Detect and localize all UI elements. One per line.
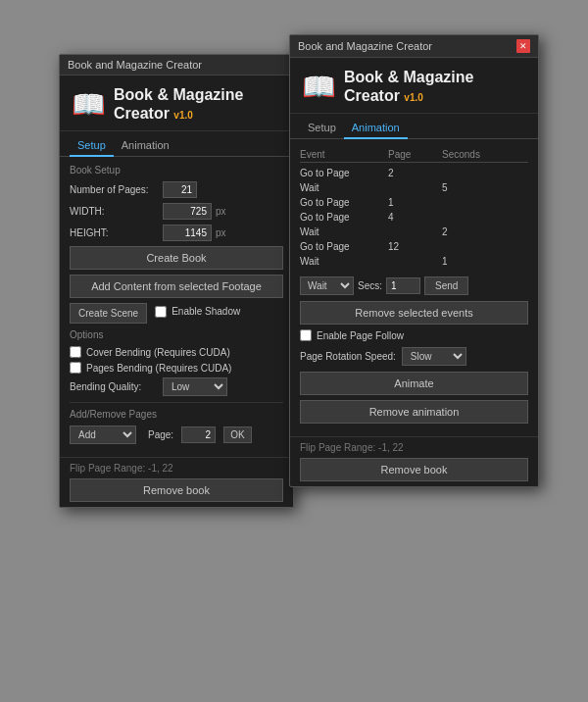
brand-title-anim: Book & Magazine Creator v1.0 [344, 68, 473, 105]
label-height: HEIGHT: [70, 227, 163, 238]
row-cover-bending: Cover Bending (Requires CUDA) [70, 346, 283, 358]
row-enable-follow: Enable Page Follow [300, 329, 528, 341]
event-name: Go to Page [300, 168, 388, 178]
label-pages-bending: Pages Bending (Requires CUDA) [86, 363, 231, 374]
label-cover-bending: Cover Bending (Requires CUDA) [86, 347, 230, 358]
select-page-rotation[interactable]: Slow Medium Fast [402, 347, 466, 366]
setup-content: Book Setup Number of Pages: WIDTH: px HE… [60, 157, 293, 457]
row-height: HEIGHT: px [70, 225, 283, 241]
event-name: Go to Page [300, 212, 388, 223]
tabs-anim-panel: Setup Animation [290, 114, 538, 139]
event-page [388, 256, 442, 267]
title-bar-anim: Book and Magazine Creator ✕ [290, 35, 538, 58]
event-name: Go to Page [300, 197, 388, 208]
book-icon: 📖 [72, 88, 106, 121]
tabs-setup-panel: Setup Animation [60, 131, 293, 157]
anim-content: Event Page Seconds Go to Page 2 Wait 5 G… [290, 139, 538, 436]
panel-header-setup: 📖 Book & Magazine Creator v1.0 [60, 75, 293, 131]
label-secs: Secs: [358, 280, 382, 291]
send-button[interactable]: Send [424, 276, 468, 295]
event-page: 12 [388, 241, 442, 252]
section-book-setup: Book Setup [70, 165, 283, 176]
tab-anim-setup[interactable]: Setup [300, 118, 344, 139]
remove-events-button[interactable]: Remove selected events [300, 301, 528, 325]
event-page [388, 182, 442, 193]
close-button[interactable]: ✕ [516, 39, 530, 53]
unit-px-height: px [216, 227, 226, 238]
input-secs[interactable] [386, 277, 420, 294]
event-page [388, 226, 442, 237]
section-add-remove: Add/Remove Pages [70, 409, 283, 420]
chk-enable-follow[interactable] [300, 329, 312, 341]
create-book-button[interactable]: Create Book [70, 246, 283, 270]
event-secs [442, 241, 501, 252]
panel-title-label: Book and Magazine Creator [68, 59, 202, 71]
panel-setup: Book and Magazine Creator 📖 Book & Magaz… [59, 54, 294, 508]
footer-setup: Flip Page Range: -1, 22 Remove book [60, 457, 293, 507]
tab-anim-animation[interactable]: Animation [344, 118, 408, 139]
remove-animation-button[interactable]: Remove animation [300, 400, 528, 424]
chk-enable-shadow[interactable] [155, 306, 167, 318]
event-page: 4 [388, 212, 442, 223]
tab-animation[interactable]: Animation [114, 135, 177, 157]
select-bending-quality[interactable]: Low Medium High [163, 377, 227, 396]
event-secs: 2 [442, 226, 501, 237]
create-scene-button[interactable]: Create Scene [70, 303, 147, 324]
table-row: Go to Page 2 [300, 166, 528, 180]
flip-range-setup: Flip Page Range: -1, 22 [70, 463, 283, 474]
label-enable-shadow: Enable Shadow [172, 306, 240, 317]
footer-anim: Flip Page Range: -1, 22 Remove book [290, 436, 538, 486]
row-page-rotation: Page Rotation Speed: Slow Medium Fast [300, 347, 528, 366]
tab-setup[interactable]: Setup [70, 135, 114, 157]
event-table: Event Page Seconds Go to Page 2 Wait 5 G… [300, 147, 528, 269]
label-enable-follow: Enable Page Follow [317, 330, 404, 341]
input-num-pages[interactable] [163, 181, 197, 198]
row-num-pages: Number of Pages: [70, 181, 283, 198]
event-secs [442, 197, 501, 208]
row-bending-quality: Bending Quality: Low Medium High [70, 377, 283, 396]
panel-animation: Book and Magazine Creator ✕ 📖 Book & Mag… [289, 34, 539, 487]
section-options: Options [70, 329, 283, 340]
event-table-header: Event Page Seconds [300, 147, 528, 163]
title-bar-setup: Book and Magazine Creator [60, 55, 293, 75]
event-page: 1 [388, 197, 442, 208]
label-bending-quality: Bending Quality: [70, 381, 163, 392]
row-pages-bending: Pages Bending (Requires CUDA) [70, 362, 283, 374]
remove-book-button-setup[interactable]: Remove book [70, 478, 283, 502]
book-icon-anim: 📖 [302, 71, 336, 103]
col-header-page: Page [388, 149, 442, 160]
row-enable-shadow: Enable Shadow [155, 306, 240, 318]
event-name: Wait [300, 256, 388, 267]
table-row: Wait 5 [300, 180, 528, 195]
label-width: WIDTH: [70, 206, 163, 217]
row-width: WIDTH: px [70, 203, 283, 220]
select-add-remove[interactable]: Add Remove [70, 426, 136, 444]
col-header-seconds: Seconds [442, 149, 501, 160]
table-row: Go to Page 12 [300, 239, 528, 254]
chk-cover-bending[interactable] [70, 346, 81, 358]
label-page-add: Page: [148, 429, 173, 440]
unit-px-width: px [216, 206, 226, 217]
event-name: Go to Page [300, 241, 388, 252]
event-secs: 5 [442, 182, 501, 193]
row-add-remove-pages: Add Remove Page: OK [70, 426, 283, 444]
remove-book-button-anim[interactable]: Remove book [300, 458, 528, 481]
add-content-button[interactable]: Add Content from selected Footage [70, 275, 283, 298]
event-name: Wait [300, 182, 388, 193]
table-row: Go to Page 1 [300, 195, 528, 210]
col-header-event: Event [300, 149, 388, 160]
input-width[interactable] [163, 203, 212, 220]
chk-pages-bending[interactable] [70, 362, 81, 374]
table-row: Wait 1 [300, 254, 528, 269]
ok-button[interactable]: OK [223, 426, 251, 443]
animate-button[interactable]: Animate [300, 372, 528, 395]
brand-title: Book & Magazine Creator v1.0 [114, 85, 243, 123]
input-page-num[interactable] [181, 426, 216, 443]
panel-header-anim: 📖 Book & Magazine Creator v1.0 [290, 58, 538, 114]
select-anim-type[interactable]: Wait Go to Page [300, 276, 354, 295]
label-num-pages: Number of Pages: [70, 184, 163, 195]
label-page-rotation: Page Rotation Speed: [300, 351, 396, 362]
flip-range-anim: Flip Page Range: -1, 22 [300, 442, 528, 453]
table-row: Go to Page 4 [300, 210, 528, 225]
input-height[interactable] [163, 225, 212, 241]
